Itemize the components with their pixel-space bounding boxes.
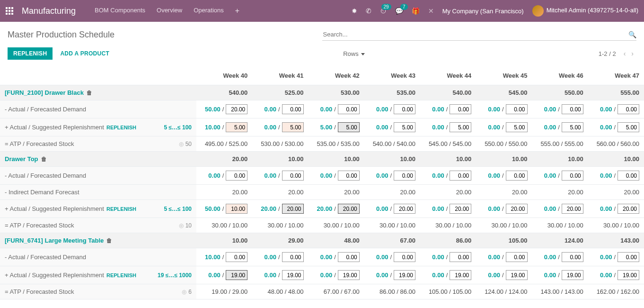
- replenish-suggest-input[interactable]: [506, 122, 528, 132]
- nav-item-overview[interactable]: Overview: [157, 7, 182, 15]
- replenish-suggest-input[interactable]: [618, 122, 639, 132]
- demand-forecast-input[interactable]: [394, 252, 415, 262]
- replenish-suggest-input[interactable]: [618, 204, 639, 214]
- indirect-value: 20.00: [364, 185, 420, 200]
- replenish-suggest-input[interactable]: [506, 270, 528, 280]
- trash-icon[interactable]: 🗑: [106, 237, 112, 244]
- row-replenish-button[interactable]: REPLENISH: [106, 206, 136, 212]
- atp-value: 560.00 / 560.00: [588, 136, 644, 152]
- discuss-icon[interactable]: 💬7: [395, 7, 403, 15]
- demand-forecast-input[interactable]: [562, 104, 583, 114]
- replenish-actual: 0.00: [600, 205, 612, 212]
- demand-forecast-input[interactable]: [282, 171, 304, 181]
- demand-forecast-input[interactable]: [338, 171, 360, 181]
- replenish-suggest-input[interactable]: [282, 270, 304, 280]
- demand-forecast-input[interactable]: [506, 252, 528, 262]
- search-box[interactable]: 🔍: [322, 28, 637, 41]
- demand-forecast-input[interactable]: [562, 171, 583, 181]
- rows-toggle[interactable]: Rows: [343, 50, 365, 57]
- nav-item-bom-components[interactable]: BOM Components: [95, 7, 145, 15]
- row-replenish-button[interactable]: REPLENISH: [106, 272, 136, 278]
- phone-icon[interactable]: ✆: [366, 7, 371, 15]
- replenish-suggest-input[interactable]: [282, 122, 304, 132]
- trash-icon[interactable]: 🗑: [41, 156, 47, 163]
- activities-icon[interactable]: ⏲29: [380, 7, 387, 15]
- replenish-suggest-input[interactable]: [450, 204, 471, 214]
- demand-forecast-input[interactable]: [562, 252, 583, 262]
- product-name[interactable]: [FURN_2100] Drawer Black: [5, 89, 84, 96]
- atp-value: 30.00 / 10.00: [476, 218, 532, 233]
- replenish-suggest-input[interactable]: [562, 122, 583, 132]
- replenish-suggest-input[interactable]: [450, 122, 471, 132]
- replenish-button[interactable]: REPLENISH: [8, 47, 53, 60]
- add-product-button[interactable]: ADD A PRODUCT: [60, 50, 109, 57]
- target-icon: ◎: [182, 289, 186, 295]
- demand-forecast-input[interactable]: [226, 104, 247, 114]
- pager-count[interactable]: 1-2 / 2: [599, 50, 616, 57]
- replenish-suggest-input[interactable]: [226, 122, 247, 132]
- demand-forecast-input[interactable]: [618, 252, 639, 262]
- trash-icon[interactable]: 🗑: [87, 90, 92, 96]
- pager-prev-icon[interactable]: ‹: [621, 50, 629, 57]
- safety-stock-target[interactable]: 6: [188, 289, 192, 295]
- replenish-suggest-input[interactable]: [338, 122, 360, 132]
- replenish-suggest-input[interactable]: [394, 270, 415, 280]
- demand-forecast-input[interactable]: [338, 104, 360, 114]
- company-selector[interactable]: My Company (San Francisco): [442, 8, 524, 15]
- demand-forecast-input[interactable]: [394, 104, 415, 114]
- safety-stock-target[interactable]: 10: [185, 222, 192, 229]
- demand-forecast-input[interactable]: [394, 171, 415, 181]
- replenish-suggest-input[interactable]: [338, 270, 360, 280]
- min-max-range[interactable]: 5 ≤…≤ 100: [164, 206, 192, 212]
- search-icon[interactable]: 🔍: [628, 31, 636, 38]
- search-input[interactable]: [322, 30, 629, 39]
- replenish-suggest-input[interactable]: [618, 270, 639, 280]
- product-name[interactable]: [FURN_6741] Large Meeting Table: [5, 237, 104, 244]
- replenish-suggest-input[interactable]: [226, 204, 247, 214]
- replenish-suggest-input[interactable]: [226, 270, 247, 280]
- atp-value: 555.00 / 555.00: [532, 136, 588, 152]
- replenish-suggest-input[interactable]: [450, 270, 471, 280]
- replenish-suggest-input[interactable]: [394, 204, 415, 214]
- bug-icon[interactable]: ✸: [352, 7, 357, 15]
- safety-stock-target[interactable]: 50: [185, 141, 192, 147]
- replenish-suggest-input[interactable]: [282, 204, 304, 214]
- demand-label: - Actual / Forecasted Demand: [0, 167, 142, 185]
- gift-icon[interactable]: 🎁: [412, 7, 420, 15]
- atp-row: = ATP / Forecasted Stock◎619.00 / 29.004…: [0, 284, 644, 299]
- demand-actual: 0.00: [376, 254, 388, 261]
- replenish-suggest-input[interactable]: [562, 270, 583, 280]
- tools-icon[interactable]: ✕: [428, 7, 434, 15]
- atp-label: = ATP / Forecasted Stock: [0, 284, 142, 299]
- add-menu-icon[interactable]: +: [235, 7, 239, 15]
- demand-forecast-input[interactable]: [226, 171, 247, 181]
- demand-forecast-input[interactable]: [282, 104, 304, 114]
- nav-item-operations[interactable]: Operations: [194, 7, 224, 15]
- demand-forecast-input[interactable]: [618, 171, 639, 181]
- product-name[interactable]: Drawer Top: [5, 155, 38, 163]
- demand-forecast-input[interactable]: [618, 104, 639, 114]
- apps-menu-icon[interactable]: [6, 7, 13, 15]
- demand-forecast-input[interactable]: [450, 171, 471, 181]
- replenish-suggest-input[interactable]: [394, 122, 415, 132]
- demand-forecast-input[interactable]: [338, 252, 360, 262]
- demand-actual: 0.00: [488, 172, 500, 179]
- pager-next-icon[interactable]: ›: [628, 50, 636, 57]
- demand-forecast-input[interactable]: [226, 252, 247, 262]
- demand-forecast-input[interactable]: [450, 252, 471, 262]
- min-max-range[interactable]: 5 ≤…≤ 100: [164, 124, 192, 131]
- row-replenish-button[interactable]: REPLENISH: [106, 125, 136, 130]
- replenish-suggest-input[interactable]: [338, 204, 360, 214]
- chevron-down-icon: [361, 53, 365, 55]
- demand-forecast-input[interactable]: [506, 104, 528, 114]
- replenish-suggest-input[interactable]: [506, 204, 528, 214]
- starting-inventory: 10.00: [588, 152, 644, 167]
- demand-forecast-input[interactable]: [506, 171, 528, 181]
- replenish-suggest-input[interactable]: [562, 204, 583, 214]
- user-menu[interactable]: Mitchell Admin (4397275-14-0-all): [532, 5, 638, 17]
- demand-forecast-input[interactable]: [450, 104, 471, 114]
- starting-inventory: 67.00: [364, 233, 420, 248]
- demand-forecast-input[interactable]: [282, 252, 304, 262]
- min-max-range[interactable]: 19 ≤…≤ 1000: [158, 272, 192, 279]
- app-brand[interactable]: Manufacturing: [22, 6, 76, 16]
